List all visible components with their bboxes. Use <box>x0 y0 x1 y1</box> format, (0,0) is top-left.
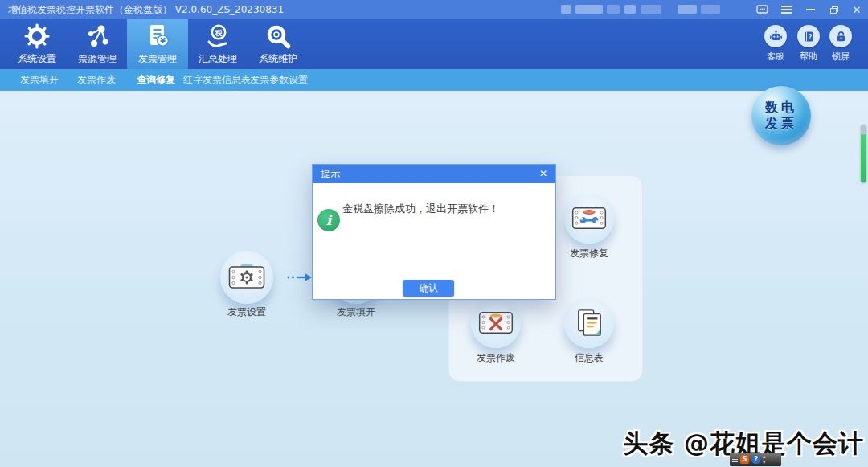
submenu-item-invoice-void[interactable]: 发票作废 <box>77 69 116 91</box>
submenu-item-red-letter-info[interactable]: 红字发票信息表 <box>183 69 251 91</box>
dialog-message: 金税盘擦除成功，退出开票软件！ <box>342 202 499 216</box>
help-book-icon: ? <box>802 30 816 43</box>
shortcut-info-table[interactable] <box>564 298 614 348</box>
redacted-block <box>701 5 720 14</box>
ime-toolbar[interactable]: S ? ▴▾ <box>730 453 781 466</box>
svg-text:¥: ¥ <box>160 36 166 45</box>
digital-invoice-badge[interactable]: 数电 发票 <box>751 86 811 145</box>
help-label: 帮助 <box>800 51 817 63</box>
shortcut-label-invoice-fill[interactable]: 发票填开 <box>316 305 396 319</box>
shortcut-label-invoice-void[interactable]: 发票作废 <box>456 351 536 365</box>
customer-service-button[interactable] <box>764 25 787 47</box>
lock-icon <box>834 30 848 43</box>
redacted-block <box>641 5 661 14</box>
toolbar-item-label: 系统设置 <box>18 52 56 66</box>
toolbar-item-ticket-source[interactable]: 票源管理 <box>67 19 128 69</box>
minimize-icon <box>806 9 815 10</box>
toolbar-item-summary-processing[interactable]: 税 汇总处理 <box>187 19 248 69</box>
app-window: 增值税发票税控开票软件（金税盘版） V2.0.60_ZS_20230831 ✕ <box>0 0 868 467</box>
wrench-icon <box>264 23 292 50</box>
restore-button[interactable] <box>825 0 844 19</box>
ime-sogou-icon[interactable]: S <box>740 455 749 464</box>
toolbar-item-invoice-management[interactable]: ¥ 发票管理 <box>127 19 188 69</box>
lock-screen-label: 锁屏 <box>832 51 850 63</box>
documents-icon <box>571 309 608 338</box>
svg-text:税: 税 <box>215 29 223 37</box>
flow-arrow-icon <box>286 272 313 283</box>
toolbar-item-label: 汇总处理 <box>199 52 237 66</box>
redacted-block <box>678 5 697 14</box>
minimize-button[interactable] <box>800 0 820 19</box>
badge-line2: 发票 <box>765 116 797 132</box>
chat-feedback-button[interactable] <box>752 0 772 19</box>
badge-line1: 数电 <box>765 100 797 116</box>
shortcut-label-invoice-settings[interactable]: 发票设置 <box>207 305 287 319</box>
svg-text:?: ? <box>808 33 812 40</box>
redacted-block <box>624 5 636 14</box>
menu-button[interactable] <box>776 0 796 19</box>
toolbar-item-label: 发票管理 <box>138 52 177 66</box>
submenu-item-query-repair[interactable]: 查询修复 <box>137 69 175 91</box>
redacted-block <box>575 5 603 14</box>
redacted-block <box>561 5 571 14</box>
close-window-button[interactable]: ✕ <box>847 0 866 19</box>
message-dialog: 提示 ✕ i 金税盘擦除成功，退出开票软件！ 确认 <box>312 164 556 300</box>
titlebar: 增值税发票税控开票软件（金税盘版） V2.0.60_ZS_20230831 ✕ <box>0 0 868 19</box>
robot-icon <box>769 30 783 43</box>
restore-icon <box>830 6 838 14</box>
confirm-button[interactable]: 确认 <box>403 280 454 297</box>
help-button[interactable]: ? <box>797 25 820 47</box>
submenu-item-invoice-params[interactable]: 发票参数设置 <box>250 69 308 91</box>
shortcut-invoice-void[interactable] <box>471 298 521 348</box>
shortcut-invoice-settings[interactable] <box>220 251 273 304</box>
close-icon: ✕ <box>853 4 862 16</box>
toolbar-item-label: 票源管理 <box>78 52 117 66</box>
ime-expand-icon[interactable]: ▴▾ <box>763 454 766 465</box>
scrollbar-thumb[interactable] <box>861 125 866 182</box>
submenu-bar <box>0 69 868 91</box>
invoice-doc-icon: ¥ <box>144 23 171 50</box>
redacted-block <box>607 5 620 14</box>
info-icon: i <box>317 209 340 231</box>
toolbar-item-system-maintenance[interactable]: 系统维护 <box>248 19 309 69</box>
device-wrench-icon <box>571 205 608 232</box>
shortcut-label-info-table[interactable]: 信息表 <box>549 351 629 365</box>
toolbar-item-system-settings[interactable]: 系统设置 <box>6 19 68 69</box>
dialog-titlebar[interactable]: 提示 ✕ <box>313 165 555 183</box>
gear-icon <box>23 23 51 50</box>
ime-help-icon[interactable]: ? <box>751 455 760 464</box>
window-title: 增值税发票税控开票软件（金税盘版） V2.0.60_ZS_20230831 <box>8 0 284 19</box>
shortcut-invoice-repair[interactable] <box>564 194 614 244</box>
hamburger-icon <box>781 4 792 15</box>
network-icon <box>84 23 111 50</box>
dialog-title: 提示 <box>321 165 539 183</box>
customer-service-label: 客服 <box>767 51 784 63</box>
tax-coin-hand-icon: 税 <box>204 23 231 50</box>
toolbar-item-label: 系统维护 <box>259 52 297 66</box>
ime-menu-icon[interactable] <box>732 455 738 464</box>
chat-icon <box>756 5 768 15</box>
shortcut-label-invoice-repair[interactable]: 发票修复 <box>549 247 629 260</box>
lock-screen-button[interactable] <box>829 25 852 47</box>
device-gear-icon <box>227 263 266 292</box>
dialog-close-button[interactable]: ✕ <box>539 165 547 183</box>
submenu-item-invoice-fill[interactable]: 发票填开 <box>20 69 59 91</box>
device-x-icon <box>477 309 514 337</box>
